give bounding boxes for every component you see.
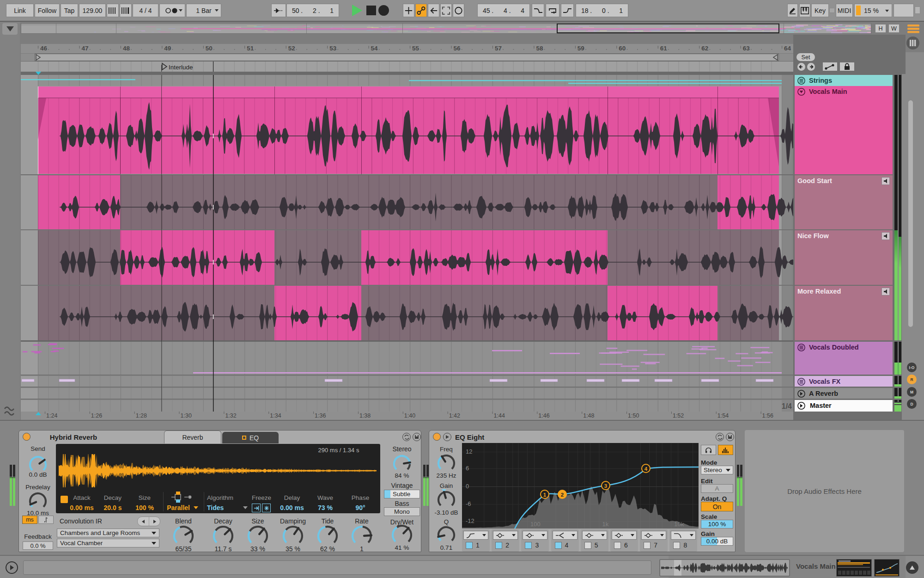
time-ruler[interactable]: 1:241:261:281:301:321:341:361:381:401:42…	[21, 412, 793, 421]
hybrid-reverb-activator[interactable]	[23, 433, 30, 441]
side-button-returns[interactable]: R	[907, 375, 917, 384]
feedback-value-box[interactable]: 0.0 %	[23, 541, 53, 550]
device-thumbnail-hybrid-reverb[interactable]	[836, 559, 872, 577]
eq-node-3[interactable]: 3	[602, 481, 610, 490]
follow-button[interactable]: Follow	[35, 4, 60, 17]
band-7-filter-selector[interactable]	[641, 531, 666, 540]
take-lane-good-start[interactable]	[21, 175, 793, 230]
eq-hot-swap[interactable]	[716, 433, 724, 441]
ir-category-selector[interactable]: Chambers and Large Rooms	[57, 529, 159, 537]
nudge-down-button[interactable]	[107, 4, 119, 17]
track-header-master[interactable]: Master	[795, 400, 893, 412]
fx-clip[interactable]	[622, 379, 639, 382]
bar-ruler[interactable]: 46474849505152535455565758596061626364	[21, 44, 793, 53]
band-6-enable-checkbox[interactable]	[614, 542, 621, 549]
track-header-vocals-main[interactable]: Vocals Main	[795, 86, 893, 174]
lane-master[interactable]: 1/4	[21, 400, 793, 412]
browser-fold-button[interactable]	[2, 23, 18, 35]
lane-vocals-fx[interactable]	[21, 376, 793, 387]
stop-button[interactable]	[366, 6, 376, 15]
automation-mode-button[interactable]	[415, 4, 427, 17]
eq-audition-button[interactable]	[701, 445, 716, 455]
arrangement-follow-button[interactable]	[271, 4, 286, 17]
track-header-a-reverb[interactable]: A Reverb	[795, 388, 893, 399]
time-signature-button[interactable]: 4 / 4	[133, 4, 158, 17]
record-button[interactable]	[378, 5, 389, 16]
band-2-enable-checkbox[interactable]	[495, 542, 502, 549]
band-5-enable-checkbox[interactable]	[584, 542, 591, 549]
song-overview[interactable]	[21, 23, 871, 34]
band-1-enable-checkbox[interactable]	[466, 542, 473, 549]
side-button-io[interactable]: I-O	[907, 363, 917, 372]
lane-vocals-doubled[interactable]	[21, 342, 793, 375]
eq-node-1[interactable]: 1	[541, 490, 549, 498]
link-button[interactable]: Link	[6, 4, 34, 17]
bass-selector[interactable]: Mono	[384, 507, 420, 516]
next-locator-button[interactable]	[807, 63, 815, 71]
band-3-enable-checkbox[interactable]	[525, 542, 532, 549]
loop-brace-row[interactable]	[21, 53, 793, 61]
nudge-up-button[interactable]	[120, 4, 132, 17]
take-audition-button[interactable]	[881, 177, 890, 185]
band-6-filter-selector[interactable]	[612, 531, 637, 540]
fx-clip[interactable]	[701, 379, 719, 382]
capture-midi-button[interactable]	[440, 4, 452, 17]
take-lane-more-relaxed[interactable]	[21, 286, 793, 341]
mode-selector[interactable]: Stereo	[701, 466, 733, 474]
side-button-delay[interactable]: D	[907, 399, 917, 409]
track-header-vocals-fx[interactable]: Vocals FX	[795, 376, 893, 387]
tab-eq[interactable]: EQ	[222, 432, 279, 443]
lane-vocals-main[interactable]	[21, 86, 793, 175]
arrangement-position-display[interactable]: 50 .2 .1	[286, 4, 339, 17]
cpu-meter[interactable]: 15 %	[854, 4, 892, 17]
lane-a-reverb[interactable]	[21, 388, 793, 400]
eq-spectrum-toggle[interactable]	[718, 445, 733, 455]
scrub-area[interactable]: Interlude	[21, 61, 793, 72]
strings-automation-segment[interactable]	[568, 83, 782, 84]
draw-automation-button[interactable]	[823, 62, 837, 71]
overview-h-button[interactable]: H	[875, 24, 886, 33]
band-4-enable-checkbox[interactable]	[555, 542, 562, 549]
hybrid-reverb-save[interactable]	[413, 433, 421, 441]
metronome-button[interactable]	[159, 4, 185, 17]
track-header-vocals-doubled[interactable]: Vocals Doubled	[795, 342, 893, 375]
loop-start-triangle[interactable]	[36, 55, 40, 60]
play-button[interactable]	[350, 4, 364, 17]
prev-locator-button[interactable]	[797, 63, 805, 71]
vintage-selector[interactable]: Subtle	[384, 490, 420, 498]
loop-button[interactable]	[546, 4, 559, 17]
eq-eight-activator[interactable]	[433, 433, 441, 441]
edit-ab-button[interactable]: A	[701, 484, 733, 493]
status-message-field[interactable]	[23, 560, 651, 575]
strings-automation-segment[interactable]	[409, 80, 782, 81]
adapt-q-toggle[interactable]: On	[701, 502, 733, 511]
midi-map-button[interactable]: MIDI	[836, 4, 853, 17]
track-header-take-nice-flow[interactable]: Nice Flow	[795, 230, 893, 285]
band-7-enable-checkbox[interactable]	[644, 542, 650, 549]
punch-out-button[interactable]	[561, 4, 574, 17]
fx-clip[interactable]	[490, 379, 507, 382]
eq-node-2[interactable]: 2	[558, 490, 566, 498]
drop-audio-effects-zone[interactable]: Drop Audio Effects Here	[745, 430, 904, 552]
tempo-button[interactable]: 129.00	[79, 4, 106, 17]
band-2-filter-selector[interactable]	[493, 531, 518, 540]
track-header-take-more-relaxed[interactable]: More Relaxed	[795, 286, 893, 340]
loop-length-display[interactable]: 18 .0 .1	[576, 4, 628, 17]
take-lane-nice-flow[interactable]	[21, 230, 793, 286]
eq-graph[interactable]: 1260-6-121001k10k1234	[462, 443, 699, 529]
fx-clip[interactable]	[325, 379, 342, 382]
tap-button[interactable]: Tap	[61, 4, 78, 17]
computer-midi-keyboard-button[interactable]	[799, 4, 810, 17]
take-segment-selected[interactable]	[120, 230, 274, 285]
draw-mode-button[interactable]	[403, 4, 414, 17]
clip-mini-overview[interactable]	[659, 559, 790, 577]
band-3-filter-selector[interactable]	[523, 531, 547, 540]
eq-node-4[interactable]: 4	[642, 464, 650, 473]
track-header-take-good-start[interactable]: Good Start	[795, 175, 893, 229]
vertical-scrollbar[interactable]	[908, 100, 913, 327]
locator-interlude[interactable]: Interlude	[162, 63, 193, 71]
ms-toggle-button[interactable]: ms	[22, 516, 37, 524]
take-audition-button[interactable]	[881, 288, 890, 295]
re-enable-automation-button[interactable]	[428, 4, 439, 17]
band-8-enable-checkbox[interactable]	[673, 542, 680, 549]
